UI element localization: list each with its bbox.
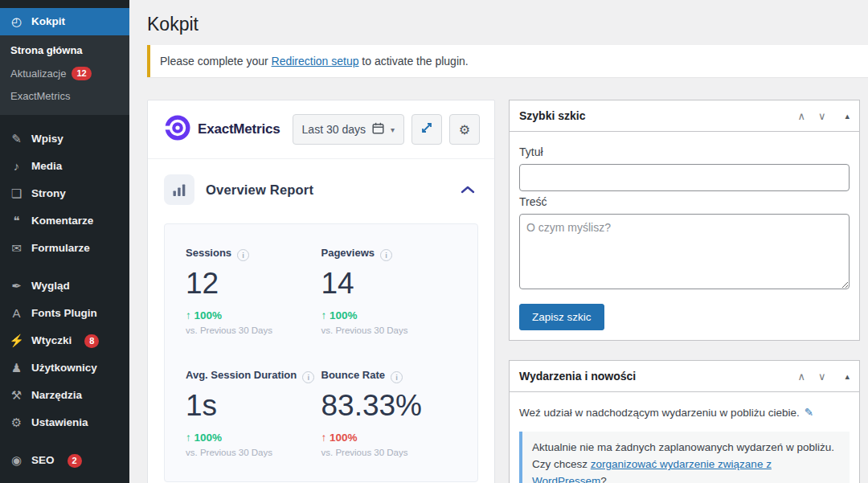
sidebar-item-media[interactable]: ♪ Media bbox=[0, 153, 129, 180]
info-icon[interactable]: i bbox=[302, 371, 314, 383]
dashboard-icon: ◴ bbox=[9, 14, 24, 29]
sidebar-item-wyglad[interactable]: ✒ Wygląd bbox=[0, 272, 129, 300]
exactmetrics-logo-icon bbox=[164, 114, 191, 145]
chevron-up-icon bbox=[461, 184, 475, 196]
stat-sessions: Sessionsi 12 ↑ 100% vs. Previous 30 Days bbox=[186, 245, 321, 335]
exactmetrics-widget: ExactMetrics Last 30 days bbox=[147, 100, 495, 483]
sidebar-item-label: Formularze bbox=[31, 241, 90, 256]
pencil-icon[interactable]: ✎ bbox=[805, 407, 813, 419]
kokpit-submenu: Strona główna Aktualizacje 12 ExactMetri… bbox=[0, 35, 129, 115]
sidebar-item-label: ExactMetrics bbox=[10, 90, 70, 103]
collapse-report-button[interactable] bbox=[457, 181, 478, 199]
draft-content-label: Treść bbox=[519, 195, 850, 208]
date-range-selector[interactable]: Last 30 days ▾ bbox=[293, 114, 404, 145]
media-icon: ♪ bbox=[9, 159, 24, 174]
sidebar-item-uzytkownicy[interactable]: ♟ Użytkownicy bbox=[0, 354, 129, 382]
move-down-icon[interactable]: ∨ bbox=[818, 111, 826, 121]
calendar-icon bbox=[372, 122, 384, 137]
quick-draft-header: Szybki szkic ∧ ∨ ▴ bbox=[510, 100, 859, 132]
sidebar-item-wtyczki[interactable]: ⚡ Wtyczki 8 bbox=[0, 327, 129, 354]
quick-draft-panel: Szybki szkic ∧ ∨ ▴ Tytuł Treść Zapisz sz… bbox=[509, 100, 860, 341]
plugins-count-badge: 8 bbox=[84, 334, 99, 348]
arrow-up-icon: ↑ bbox=[321, 309, 327, 321]
main-content: Kokpit Please complete your Redirection … bbox=[129, 0, 868, 483]
sidebar-item-aktualizacje[interactable]: Aktualizacje 12 bbox=[0, 62, 129, 85]
events-empty-notice: Aktualnie nie ma żadnych zaplanowanych w… bbox=[519, 432, 850, 483]
stat-label: Avg. Session Duration bbox=[186, 369, 297, 381]
date-range-label: Last 30 days bbox=[302, 123, 366, 136]
notice-banner: Please complete your Redirection setup t… bbox=[147, 45, 868, 77]
info-icon[interactable]: i bbox=[237, 249, 249, 261]
move-up-icon[interactable]: ∧ bbox=[797, 111, 805, 121]
expand-report-button[interactable] bbox=[411, 114, 442, 145]
sidebar-item-label: Fonts Plugin bbox=[31, 306, 97, 321]
collapse-toggle-icon[interactable]: ▴ bbox=[845, 111, 850, 121]
settings-button[interactable]: ⚙ bbox=[449, 114, 480, 145]
info-icon[interactable]: i bbox=[380, 249, 392, 261]
collapse-toggle-icon[interactable]: ▴ bbox=[845, 371, 850, 382]
sidebar-item-label: Ustawienia bbox=[31, 415, 88, 430]
pages-icon: ❏ bbox=[9, 186, 24, 201]
sidebar-item-wpisy[interactable]: ✎ Wpisy bbox=[0, 125, 129, 153]
events-intro: Weź udział w nadchodzącym wydarzeniu w p… bbox=[519, 405, 850, 421]
overview-report-header: Overview Report bbox=[148, 158, 494, 220]
events-news-panel: Wydarzenia i nowości ∧ ∨ ▴ Weź udział w … bbox=[509, 360, 860, 483]
sidebar-item-strony[interactable]: ❏ Strony bbox=[0, 180, 129, 207]
save-draft-button[interactable]: Zapisz szkic bbox=[519, 304, 604, 330]
sidebar-item-kokpit[interactable]: ◴ Kokpit bbox=[0, 8, 129, 35]
move-down-icon[interactable]: ∨ bbox=[818, 371, 826, 382]
stat-value: 14 bbox=[321, 268, 457, 298]
comments-icon: ❝ bbox=[9, 214, 24, 228]
stat-change: 100% bbox=[330, 309, 358, 321]
stat-value: 12 bbox=[186, 268, 321, 298]
stat-change: 100% bbox=[194, 309, 223, 321]
stat-compare: vs. Previous 30 Days bbox=[186, 448, 321, 457]
overview-report-title: Overview Report bbox=[206, 182, 313, 198]
sidebar-item-label: Strony bbox=[31, 186, 66, 201]
arrow-up-icon: ↑ bbox=[321, 432, 327, 444]
sidebar-item-label: Wpisy bbox=[31, 132, 63, 146]
expand-icon bbox=[420, 121, 433, 137]
move-up-icon[interactable]: ∧ bbox=[797, 371, 805, 382]
sidebar-item-label: SEO bbox=[31, 453, 55, 468]
redirection-setup-link[interactable]: Redirection setup bbox=[272, 55, 359, 68]
draft-title-input[interactable] bbox=[519, 164, 850, 191]
notice-text: Please complete your bbox=[160, 55, 272, 68]
sidebar-item-label: Media bbox=[31, 159, 62, 174]
events-empty-text: ? bbox=[600, 475, 607, 483]
updates-count-badge: 12 bbox=[72, 67, 91, 80]
sidebar-item-strona-glowna[interactable]: Strona główna bbox=[0, 39, 129, 62]
sidebar-item-fonts-plugin[interactable]: A Fonts Plugin bbox=[0, 300, 129, 327]
sidebar-item-partial[interactable]: ⊞ bbox=[0, 474, 129, 483]
events-news-header: Wydarzenia i nowości ∧ ∨ ▴ bbox=[510, 361, 859, 392]
overview-stats: Sessionsi 12 ↑ 100% vs. Previous 30 Days… bbox=[164, 223, 478, 482]
stat-change: 100% bbox=[194, 432, 223, 444]
stat-compare: vs. Previous 30 Days bbox=[321, 325, 457, 335]
sidebar-item-seo[interactable]: ◉ SEO 2 bbox=[0, 447, 129, 474]
sidebar-item-komentarze[interactable]: ❝ Komentarze bbox=[0, 207, 129, 235]
settings-icon: ⚙ bbox=[9, 415, 24, 430]
stat-avg-session-duration: Avg. Session Durationi 1s ↑ 100% vs. Pre… bbox=[186, 367, 321, 457]
stat-bounce-rate: Bounce Ratei 83.33% ↑ 100% vs. Previous … bbox=[321, 367, 457, 457]
sidebar-item-label: Narzędzia bbox=[31, 388, 82, 403]
events-intro-text: Weź udział w nadchodzącym wydarzeniu w p… bbox=[519, 407, 800, 419]
fonts-icon: A bbox=[9, 306, 24, 321]
exactmetrics-header: ExactMetrics Last 30 days bbox=[148, 100, 494, 158]
sidebar-item-ustawienia[interactable]: ⚙ Ustawienia bbox=[0, 409, 129, 436]
seo-icon: ◉ bbox=[9, 453, 24, 468]
sidebar-item-formularze[interactable]: ✉ Formularze bbox=[0, 235, 129, 262]
seo-count-badge: 2 bbox=[68, 454, 82, 468]
draft-content-textarea[interactable] bbox=[519, 214, 850, 289]
sidebar-item-label: Strona główna bbox=[10, 44, 83, 57]
sidebar-item-exactmetrics[interactable]: ExactMetrics bbox=[0, 85, 129, 108]
forms-icon: ✉ bbox=[9, 241, 24, 256]
bar-chart-icon bbox=[164, 174, 194, 205]
arrow-up-icon: ↑ bbox=[186, 432, 191, 444]
stat-value: 83.33% bbox=[321, 391, 457, 420]
info-icon[interactable]: i bbox=[391, 371, 403, 383]
sidebar-item-narzedzia[interactable]: ⚒ Narzędzia bbox=[0, 382, 129, 409]
page-title: Kokpit bbox=[147, 0, 868, 45]
admin-sidebar: ◴ Kokpit Strona główna Aktualizacje 12 E… bbox=[0, 0, 129, 483]
caret-down-icon: ▾ bbox=[391, 125, 395, 134]
posts-icon: ✎ bbox=[9, 132, 24, 146]
